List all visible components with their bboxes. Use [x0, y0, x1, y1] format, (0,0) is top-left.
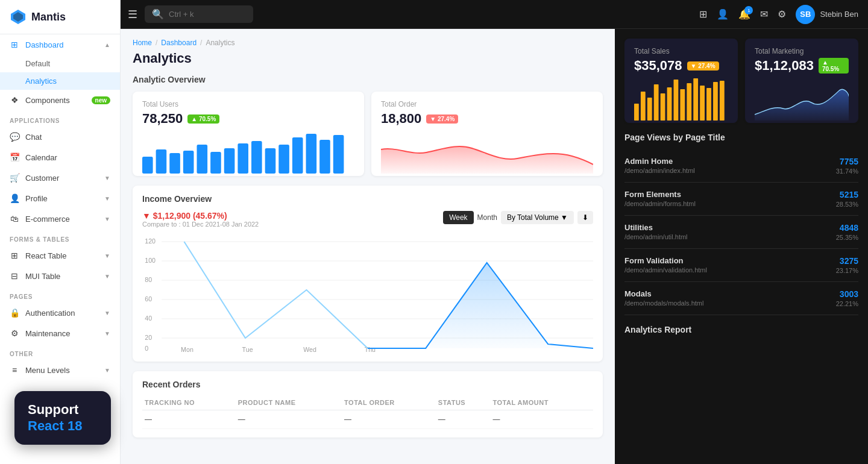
svg-rect-7 [210, 152, 221, 174]
svg-rect-15 [319, 140, 330, 174]
notification-icon[interactable]: 🔔 1 [738, 8, 750, 20]
user-switch-icon[interactable]: 👤 [717, 8, 729, 20]
sidebar-item-chat[interactable]: 💬 Chat [0, 127, 120, 147]
svg-rect-48 [720, 81, 725, 121]
stat-badge-sales: ▼ 27.4% [687, 61, 719, 71]
support-react-badge[interactable]: Support React 18 [14, 391, 111, 445]
svg-rect-8 [224, 148, 235, 174]
sidebar-item-mui-table[interactable]: ⊟ MUI Table ▼ [0, 266, 120, 286]
stat-value-marketing: $1,12,083 [755, 58, 814, 74]
sidebar-item-profile[interactable]: 👤 Profile ▼ [0, 188, 120, 208]
notification-badge: 1 [744, 6, 753, 14]
new-badge: new [92, 96, 110, 104]
breadcrumb: Home / Dashboard / Analytics [133, 39, 603, 47]
hamburger-icon[interactable]: ☰ [128, 8, 137, 21]
svg-rect-16 [333, 135, 344, 174]
svg-rect-39 [661, 93, 665, 121]
search-box[interactable]: 🔍 [145, 5, 253, 23]
stat-label-sales: Total Sales [634, 47, 728, 55]
settings-icon[interactable]: ⚙ [778, 8, 786, 20]
month-button[interactable]: Month [477, 213, 497, 222]
svg-rect-14 [306, 134, 317, 174]
sidebar-item-authentication[interactable]: 🔒 Authentication ▼ [0, 303, 120, 323]
stat-badge-users: ▲ 70.5% [187, 114, 219, 124]
sidebar-dashboard-label: Dashboard [25, 40, 64, 49]
mail-icon[interactable]: ✉ [760, 8, 768, 20]
sidebar-item-customer[interactable]: 🛒 Customer ▼ [0, 168, 120, 188]
svg-rect-40 [667, 87, 672, 121]
svg-rect-36 [641, 92, 646, 121]
week-button[interactable]: Week [443, 211, 473, 224]
svg-rect-6 [197, 145, 208, 174]
logo-icon [10, 8, 27, 25]
auth-icon: 🔒 [10, 308, 19, 318]
customer-icon: 🛒 [10, 173, 19, 183]
svg-text:0: 0 [145, 345, 148, 352]
svg-text:20: 20 [145, 334, 152, 341]
user-name: Stebin Ben [820, 10, 858, 19]
stat-label-marketing: Total Marketing [755, 47, 849, 55]
pv-count-2: 4848 [836, 223, 858, 233]
sidebar-item-dashboard[interactable]: ⊞ Dashboard ▲ [0, 34, 120, 55]
sidebar-item-menu-levels[interactable]: ≡ Menu Levels ▼ [0, 360, 120, 380]
pv-pct-1: 28.53% [836, 201, 858, 208]
col-status: STATUS [436, 395, 491, 410]
income-title: Income Overview [142, 194, 593, 204]
svg-rect-45 [700, 86, 705, 121]
svg-rect-43 [687, 83, 691, 121]
sidebar-item-ecommerce[interactable]: 🛍 E-commerce ▼ [0, 208, 120, 229]
col-total-order: TOTAL ORDER [342, 395, 436, 410]
main-area: ☰ 🔍 ⊞ 👤 🔔 1 ✉ ⚙ SB Stebin Ben [121, 0, 868, 464]
recent-orders-card: Recent Orders TRACKING NO PRODUCT NAME T… [133, 371, 603, 437]
pv-name-0: Admin Home [624, 157, 695, 166]
sidebar-item-calendar[interactable]: 📅 Calendar [0, 147, 120, 168]
pv-url-0: /demo/admin/index.html [624, 167, 695, 174]
grid-icon[interactable]: ⊞ [699, 8, 707, 20]
svg-rect-2 [142, 157, 153, 174]
stat-value-order: 18,800 [381, 111, 421, 127]
chat-icon: 💬 [10, 132, 19, 142]
breadcrumb-home[interactable]: Home [133, 39, 152, 47]
sidebar-sub-default[interactable]: Default [0, 55, 120, 72]
sidebar-item-components[interactable]: ❖ Components new [0, 90, 120, 110]
forms-tables-section: Forms & Tables [0, 229, 120, 245]
dark-stat-cards: Total Sales $35,078 ▼ 27.4% [624, 39, 858, 123]
menu-icon: ≡ [10, 365, 19, 375]
svg-rect-12 [278, 145, 289, 174]
stat-card-total-order: Total Order 18,800 ▼ 27.4% [371, 92, 603, 176]
svg-rect-47 [713, 82, 718, 121]
page-views-section: Page Views by Page Title Admin Home /dem… [624, 133, 858, 315]
svg-marker-34 [368, 263, 593, 348]
bar-chart-sales [634, 78, 728, 121]
content-right: Total Sales $35,078 ▼ 27.4% [615, 29, 868, 464]
page-views-title: Page Views by Page Title [624, 133, 858, 142]
download-button[interactable]: ⬇ [577, 211, 593, 224]
breadcrumb-dashboard[interactable]: Dashboard [161, 39, 197, 47]
volume-button[interactable]: By Total Volume ▼ [501, 211, 574, 224]
user-avatar[interactable]: SB Stebin Ben [796, 5, 858, 24]
calendar-icon: 📅 [10, 152, 19, 162]
income-compare: Compare to : 01 Dec 2021-08 Jan 2022 [142, 221, 259, 228]
chevron-down-icon8: ▼ [104, 367, 110, 374]
svg-rect-41 [674, 80, 679, 121]
pv-url-2: /demo/admin/util.html [624, 233, 688, 240]
pv-count-1: 5215 [836, 190, 858, 199]
sidebar-item-maintenance[interactable]: ⚙ Maintenance ▼ [0, 323, 120, 343]
chevron-down-icon4: ▼ [104, 252, 110, 259]
breadcrumb-current: Analytics [206, 39, 234, 47]
page-title: Analytics [133, 51, 603, 66]
topbar-left: ☰ 🔍 [121, 5, 260, 23]
logo: Mantis [0, 0, 120, 34]
support-react-text1: Support [28, 402, 98, 418]
pv-pct-2: 25.35% [836, 234, 858, 241]
svg-text:120: 120 [145, 238, 156, 245]
sidebar-sub-analytics[interactable]: Analytics [0, 72, 120, 90]
income-controls: Week Month By Total Volume ▼ ⬇ [443, 211, 593, 224]
income-card: Income Overview ▼ $1,12,900 (45.67%) Com… [133, 186, 603, 362]
svg-rect-37 [647, 98, 652, 121]
sidebar-item-react-table[interactable]: ⊞ React Table ▼ [0, 245, 120, 266]
svg-rect-13 [292, 137, 303, 174]
search-input[interactable] [169, 10, 241, 19]
col-product: PRODUCT NAME [236, 395, 342, 410]
pv-name-1: Form Elements [624, 190, 696, 199]
